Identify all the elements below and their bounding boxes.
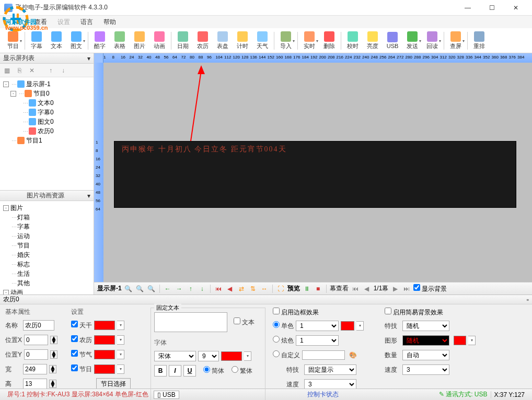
- add-screen-icon[interactable]: ▦: [2, 66, 11, 75]
- menu-help[interactable]: 帮助: [98, 17, 121, 28]
- underline-button[interactable]: U: [183, 365, 196, 377]
- tree-lunar0[interactable]: 农历0: [38, 127, 54, 136]
- tool-realtime[interactable]: 实时: [300, 29, 319, 52]
- page-prev-icon[interactable]: ◀: [362, 284, 372, 293]
- prev-icon[interactable]: ◀: [225, 284, 235, 293]
- swap-v-icon[interactable]: ⇅: [248, 284, 258, 293]
- border-speed-select[interactable]: 3: [304, 379, 356, 390]
- tool-table[interactable]: 表格: [110, 29, 129, 52]
- jieri-check[interactable]: 节日: [71, 364, 92, 374]
- tree-imgtext0[interactable]: 图文0: [38, 117, 54, 126]
- jieqi-check[interactable]: 节气: [71, 350, 92, 359]
- tool-program[interactable]: 节目: [4, 29, 22, 52]
- bg-count-select[interactable]: 自动: [402, 350, 449, 360]
- first-icon[interactable]: ⏮: [214, 284, 223, 293]
- res-light[interactable]: 灯箱: [17, 213, 30, 222]
- bg-color[interactable]: [454, 336, 466, 345]
- pause-icon[interactable]: ⏸: [302, 284, 311, 293]
- page-next-icon[interactable]: ▶: [390, 284, 400, 293]
- tool-chkscreen[interactable]: 查屏: [446, 29, 465, 52]
- fixed-text-area[interactable]: [154, 312, 227, 332]
- bg-shape-select[interactable]: 随机: [402, 335, 449, 346]
- jieri-color[interactable]: [94, 364, 115, 374]
- border-color[interactable]: [341, 321, 354, 331]
- lunar-color[interactable]: [94, 335, 115, 345]
- collapse-icon[interactable]: ▾: [87, 55, 90, 62]
- zoom-reset-icon[interactable]: 🔍: [124, 284, 133, 293]
- tree-sub0[interactable]: 字幕0: [38, 108, 54, 117]
- res-sign[interactable]: 标志: [17, 260, 30, 269]
- font-family-select[interactable]: 宋体: [154, 351, 196, 361]
- close-button[interactable]: ✕: [504, 0, 528, 16]
- tool-picture[interactable]: 图片: [130, 29, 149, 52]
- down-icon[interactable]: ↓: [59, 66, 68, 75]
- posx-input[interactable]: [24, 335, 48, 345]
- custom-border-preview[interactable]: [302, 350, 345, 360]
- menu-settings[interactable]: 设置: [52, 17, 75, 28]
- tool-clock[interactable]: 校时: [343, 29, 362, 52]
- tree-program1[interactable]: 节目1: [26, 136, 42, 145]
- page-last-icon[interactable]: ⏭: [402, 284, 411, 293]
- act-view-button[interactable]: 幕查看: [330, 284, 349, 293]
- width-input[interactable]: [23, 364, 47, 374]
- border-custom-radio[interactable]: 自定义: [273, 350, 300, 360]
- res-life[interactable]: 生活: [17, 269, 30, 278]
- up-icon[interactable]: ↑: [46, 66, 55, 75]
- lunar-check[interactable]: 农历: [71, 335, 92, 345]
- maximize-button[interactable]: ☐: [480, 0, 504, 16]
- bg-enable-check[interactable]: 启用简易背景效果: [385, 308, 484, 317]
- text-check[interactable]: 文本: [234, 317, 255, 327]
- resource-tree[interactable]: -图片 ⋯灯箱 ⋯字幕 ⋯运动 ⋯节目 ⋯婚庆 ⋯标志 ⋯生活 ⋯其他 -动画 …: [0, 201, 94, 295]
- tool-delete[interactable]: 删除: [320, 29, 339, 52]
- res-sport[interactable]: 运动: [17, 232, 30, 241]
- simplified-radio[interactable]: 简体: [203, 366, 224, 375]
- tiangan-color[interactable]: [94, 321, 115, 330]
- tiangan-check[interactable]: 天干: [71, 321, 92, 330]
- res-other[interactable]: 其他: [17, 279, 30, 288]
- swap-h-icon[interactable]: ⇄: [237, 284, 246, 293]
- border-color-radio[interactable]: 炫色: [273, 336, 294, 345]
- nav-up-icon[interactable]: ↑: [186, 284, 195, 293]
- tool-timer[interactable]: 计时: [233, 29, 252, 52]
- tool-cool[interactable]: 酷字: [90, 29, 109, 52]
- tool-bright[interactable]: 亮度: [363, 29, 382, 52]
- bg-effect-select[interactable]: 随机: [402, 321, 449, 331]
- tree-text0[interactable]: 文本0: [38, 99, 54, 108]
- height-input[interactable]: [23, 379, 47, 389]
- traditional-radio[interactable]: 繁体: [232, 366, 252, 375]
- tool-rearrange[interactable]: 重排: [470, 29, 489, 52]
- led-preview[interactable]: 丙申猴年 十月初八 今日立冬 距元宵节004天: [114, 141, 516, 208]
- font-color[interactable]: [221, 351, 242, 361]
- prop-close-icon[interactable]: ▫: [527, 296, 529, 303]
- tool-anim[interactable]: 动画: [150, 29, 169, 52]
- tool-lunar[interactable]: 农历: [193, 29, 212, 52]
- fullscreen-icon[interactable]: ⛶: [276, 284, 285, 293]
- tool-import[interactable]: 导入: [276, 29, 295, 52]
- palette-icon[interactable]: 🎨: [349, 351, 357, 359]
- bold-button[interactable]: B: [154, 365, 167, 377]
- zoom-out-icon[interactable]: 🔍: [147, 284, 156, 293]
- res-pic[interactable]: 图片: [10, 204, 23, 213]
- tool-send[interactable]: 发送: [403, 29, 422, 52]
- border-enable-check[interactable]: 启用边框效果: [273, 308, 377, 317]
- tool-readback[interactable]: 回读: [423, 29, 442, 52]
- nav-down-icon[interactable]: ↓: [198, 284, 207, 293]
- border-single-select[interactable]: 1: [296, 321, 339, 331]
- canvas-viewport[interactable]: 丙申猴年 十月初八 今日立冬 距元宵节004天: [103, 63, 532, 282]
- res-sub[interactable]: 字幕: [17, 222, 30, 231]
- menu-view[interactable]: 查看: [29, 17, 52, 28]
- border-effect-select[interactable]: 固定显示: [304, 364, 356, 375]
- tool-date[interactable]: 日期: [174, 29, 192, 52]
- show-bg-checkbox[interactable]: 显示背景: [413, 284, 447, 293]
- shrink-h-icon[interactable]: ↔: [260, 284, 269, 293]
- tool-imgtext[interactable]: 图文: [67, 29, 86, 52]
- delete-icon[interactable]: ✕: [27, 66, 37, 75]
- preview-button[interactable]: 预览: [287, 284, 300, 293]
- name-input[interactable]: [23, 320, 54, 331]
- res-anim[interactable]: 动画: [10, 288, 23, 295]
- menu-lang[interactable]: 语言: [75, 17, 98, 28]
- nav-left-icon[interactable]: ←: [163, 284, 172, 293]
- minimize-button[interactable]: —: [456, 0, 480, 16]
- tool-weather[interactable]: 天气: [253, 29, 272, 52]
- italic-button[interactable]: I: [169, 365, 181, 377]
